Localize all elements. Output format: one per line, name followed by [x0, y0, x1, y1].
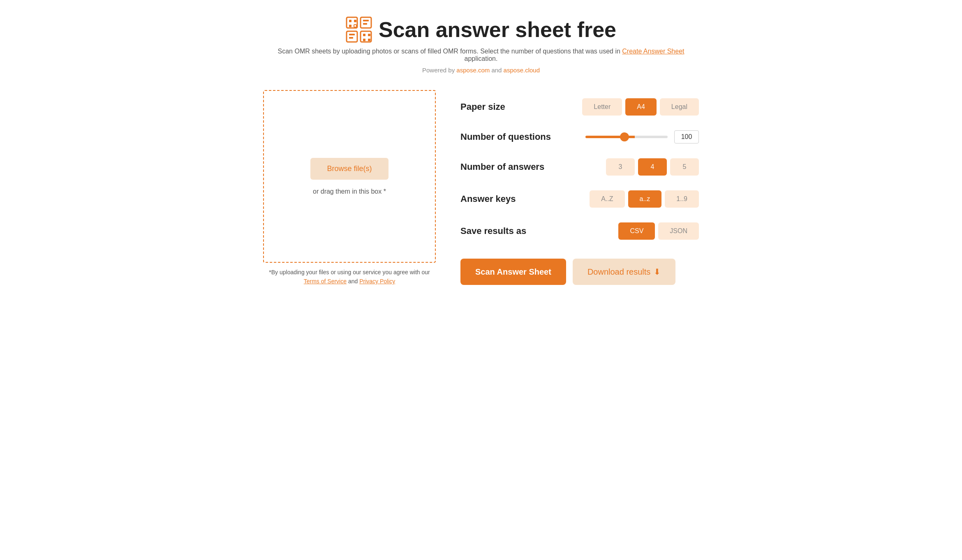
omr-icon — [346, 16, 372, 43]
browse-files-button[interactable]: Browse file(s) — [310, 158, 388, 180]
svg-rect-10 — [349, 37, 353, 39]
powered-by-text: Powered by aspose.com and aspose.cloud — [263, 67, 699, 74]
main-content: Browse file(s) or drag them in this box … — [263, 90, 699, 286]
svg-rect-2 — [354, 20, 356, 22]
answer-keys-label: Answer keys — [460, 194, 551, 204]
svg-rect-7 — [363, 23, 367, 25]
save-results-options: CSV JSON — [618, 222, 699, 240]
svg-rect-9 — [349, 34, 355, 35]
tos-link[interactable]: Terms of Service — [304, 278, 347, 285]
upload-dropzone[interactable]: Browse file(s) or drag them in this box … — [263, 90, 436, 263]
aspose-com-link[interactable]: aspose.com — [456, 67, 490, 74]
svg-rect-1 — [349, 20, 352, 22]
svg-rect-5 — [361, 17, 371, 28]
privacy-link[interactable]: Privacy Policy — [359, 278, 395, 285]
num-answers-label: Number of answers — [460, 162, 551, 172]
svg-rect-6 — [363, 20, 369, 21]
svg-rect-12 — [363, 34, 365, 36]
num-answers-5[interactable]: 5 — [670, 158, 699, 176]
num-answers-3[interactable]: 3 — [606, 158, 635, 176]
scan-answer-sheet-button[interactable]: Scan Answer Sheet — [460, 259, 566, 285]
download-results-button[interactable]: Download results ⬇ — [573, 259, 675, 285]
header-subtitle: Scan OMR sheets by uploading photos or s… — [263, 48, 699, 62]
answer-keys-options: A..Z a..z 1..9 — [590, 190, 699, 208]
answer-keys-az-upper[interactable]: A..Z — [590, 190, 624, 208]
page-title: Scan answer sheet free — [379, 17, 616, 42]
num-questions-slider-container: 100 — [585, 130, 699, 143]
num-answers-4[interactable]: 4 — [638, 158, 667, 176]
svg-rect-15 — [368, 39, 370, 41]
settings-section: Paper size Letter A4 Legal Number of que… — [460, 90, 699, 285]
save-results-csv[interactable]: CSV — [618, 222, 655, 240]
svg-rect-3 — [349, 25, 352, 27]
svg-rect-14 — [363, 39, 365, 41]
create-answer-sheet-link[interactable]: Create Answer Sheet — [622, 48, 684, 55]
paper-size-a4[interactable]: A4 — [625, 98, 657, 116]
svg-rect-8 — [347, 31, 357, 42]
svg-rect-4 — [354, 25, 356, 27]
paper-size-legal[interactable]: Legal — [660, 98, 699, 116]
aspose-cloud-link[interactable]: aspose.cloud — [504, 67, 540, 74]
svg-rect-0 — [347, 17, 357, 28]
download-icon: ⬇ — [654, 267, 661, 277]
svg-rect-13 — [368, 34, 370, 36]
answer-keys-az-lower[interactable]: a..z — [628, 190, 662, 208]
paper-size-row: Paper size Letter A4 Legal — [460, 98, 699, 116]
page-header: Scan answer sheet free Scan OMR sheets b… — [263, 16, 699, 74]
drag-text: or drag them in this box * — [313, 188, 386, 195]
save-results-json[interactable]: JSON — [658, 222, 699, 240]
upload-section: Browse file(s) or drag them in this box … — [263, 90, 436, 286]
num-answers-options: 3 4 5 — [606, 158, 699, 176]
answer-keys-19[interactable]: 1..9 — [665, 190, 699, 208]
save-results-label: Save results as — [460, 226, 551, 236]
num-questions-value: 100 — [674, 130, 699, 143]
num-questions-label: Number of questions — [460, 132, 551, 142]
paper-size-label: Paper size — [460, 102, 551, 112]
paper-size-options: Letter A4 Legal — [582, 98, 699, 116]
num-questions-row: Number of questions 100 — [460, 130, 699, 143]
num-questions-slider[interactable] — [585, 136, 668, 138]
save-results-row: Save results as CSV JSON — [460, 222, 699, 240]
upload-note: *By uploading your files or using our se… — [263, 268, 436, 286]
answer-keys-row: Answer keys A..Z a..z 1..9 — [460, 190, 699, 208]
paper-size-letter[interactable]: Letter — [582, 98, 622, 116]
action-buttons: Scan Answer Sheet Download results ⬇ — [460, 259, 699, 285]
num-answers-row: Number of answers 3 4 5 — [460, 158, 699, 176]
